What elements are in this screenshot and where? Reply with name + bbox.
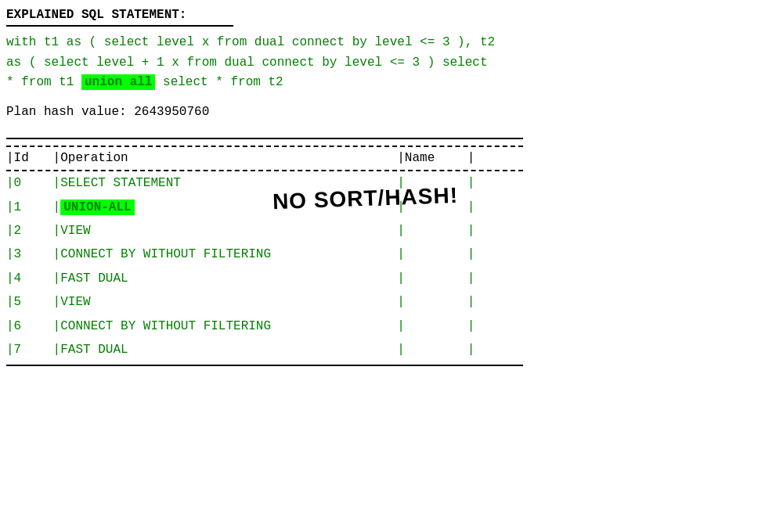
- table-row: | 5 | VIEW | |: [6, 290, 523, 314]
- table-header: | Id | Operation | Name |: [6, 146, 523, 171]
- header-pipe1: |: [6, 147, 14, 170]
- header-name: Name: [405, 147, 467, 170]
- header-id: Id: [14, 147, 53, 170]
- header-pipe3: |: [397, 147, 405, 170]
- union-all-highlight: union all: [81, 74, 155, 90]
- table-row: | 7 | FAST DUAL | |: [6, 338, 523, 361]
- header-pipe2: |: [53, 147, 61, 170]
- sql-line-3: * from t1 union all select * from t2: [6, 73, 770, 93]
- sql-statement: with t1 as ( select level x from dual co…: [6, 33, 770, 93]
- execution-plan-table: | Id | Operation | Name | NO SORT/HASH! …: [6, 146, 523, 361]
- table-row: | 3 | CONNECT BY WITHOUT FILTERING | |: [6, 243, 523, 266]
- page-title: EXPLAINED SQL STATEMENT:: [6, 8, 770, 22]
- plan-hash: Plan hash value: 2643950760: [6, 102, 770, 123]
- sql-line-1: with t1 as ( select level x from dual co…: [6, 33, 770, 53]
- header-pipe4: |: [467, 147, 475, 170]
- sql-line-3-part1: * from t1: [6, 75, 81, 89]
- table-row: | 6 | CONNECT BY WITHOUT FILTERING | |: [6, 315, 523, 338]
- sql-line-3-part2: select * from t2: [155, 75, 283, 89]
- sql-line-2: as ( select level + 1 x from dual connec…: [6, 53, 770, 74]
- table-row: | 4 | FAST DUAL | |: [6, 267, 523, 290]
- table-row: | 2 | VIEW | |: [6, 219, 523, 243]
- union-all-row-highlight: UNION-ALL: [60, 200, 134, 215]
- header-operation: Operation: [60, 147, 397, 170]
